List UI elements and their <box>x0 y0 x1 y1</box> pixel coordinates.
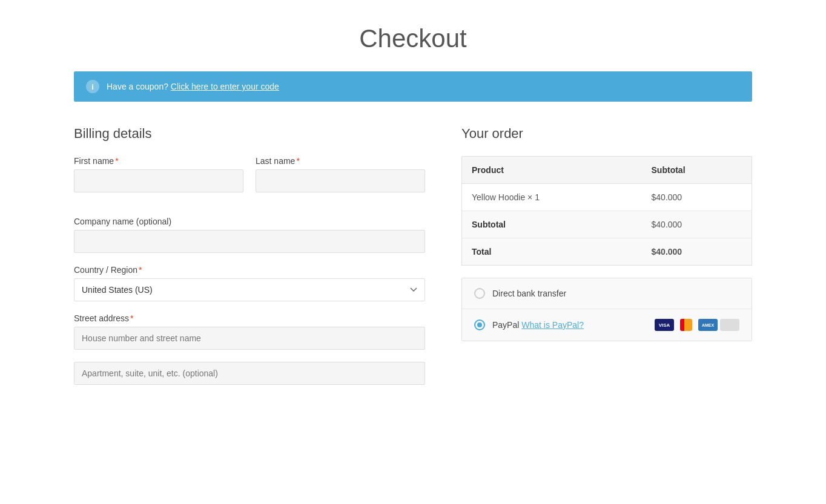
first-name-input[interactable] <box>74 169 243 192</box>
checkout-layout: Billing details First name* Last name* C… <box>74 126 752 397</box>
page-title-section: Checkout <box>74 0 752 71</box>
radio-bank-transfer[interactable] <box>474 288 485 299</box>
street-address-input[interactable] <box>74 327 425 350</box>
name-row: First name* Last name* <box>74 156 425 205</box>
page-title: Checkout <box>74 24 752 53</box>
generic-card-icon <box>720 319 739 331</box>
order-table: Product Subtotal Yellow Hoodie × 1 $40.0… <box>461 156 752 266</box>
total-value-cell: $40.000 <box>642 238 752 266</box>
order-title: Your order <box>461 126 752 142</box>
total-label-cell: Total <box>462 238 642 266</box>
apt-address-input[interactable] <box>74 362 425 385</box>
radio-paypal[interactable] <box>474 319 485 330</box>
company-name-group: Company name (optional) <box>74 217 425 253</box>
company-name-input[interactable] <box>74 230 425 253</box>
country-group: Country / Region* United States (US) <box>74 265 425 301</box>
last-name-group: Last name* <box>256 156 425 192</box>
subtotal-label-cell: Subtotal <box>462 211 642 238</box>
billing-section: Billing details First name* Last name* C… <box>74 126 425 397</box>
required-star: * <box>296 156 299 166</box>
product-price-cell: $40.000 <box>642 184 752 211</box>
payment-option-bank-transfer[interactable]: Direct bank transfer <box>462 278 752 309</box>
table-row: Total $40.000 <box>462 238 752 266</box>
last-name-input[interactable] <box>256 169 425 192</box>
coupon-link[interactable]: Click here to enter your code <box>171 82 279 91</box>
subtotal-value-cell: $40.000 <box>642 211 752 238</box>
table-header-row: Product Subtotal <box>462 157 752 184</box>
required-star: * <box>139 265 142 275</box>
coupon-banner: i Have a coupon? Click here to enter you… <box>74 71 752 102</box>
billing-title: Billing details <box>74 126 425 142</box>
col-subtotal-header: Subtotal <box>642 157 752 184</box>
first-name-label: First name* <box>74 156 243 166</box>
info-icon: i <box>86 80 99 93</box>
first-name-group: First name* <box>74 156 243 192</box>
apt-address-group <box>74 362 425 385</box>
street-address-label: Street address* <box>74 313 425 323</box>
col-product-header: Product <box>462 157 642 184</box>
product-name-cell: Yellow Hoodie × 1 <box>462 184 642 211</box>
radio-paypal-dot <box>477 322 482 327</box>
street-address-group: Street address* <box>74 313 425 350</box>
amex-icon: AMEX <box>698 319 718 331</box>
company-name-label: Company name (optional) <box>74 217 425 226</box>
visa-icon: VISA <box>655 319 674 331</box>
paypal-link[interactable]: What is PayPal? <box>521 320 584 330</box>
mastercard-icon <box>676 319 696 331</box>
table-row: Yellow Hoodie × 1 $40.000 <box>462 184 752 211</box>
country-label: Country / Region* <box>74 265 425 275</box>
order-section: Your order Product Subtotal Yellow Hoodi… <box>461 126 752 341</box>
coupon-text: Have a coupon? Click here to enter your … <box>107 82 279 91</box>
payment-option-paypal[interactable]: PayPal What is PayPal? VISA AMEX <box>462 309 752 341</box>
last-name-label: Last name* <box>256 156 425 166</box>
table-row: Subtotal $40.000 <box>462 211 752 238</box>
payment-paypal-label: PayPal What is PayPal? <box>492 320 647 330</box>
payment-section: Direct bank transfer PayPal What is PayP… <box>461 278 752 341</box>
payment-bank-transfer-label: Direct bank transfer <box>492 289 739 298</box>
required-star: * <box>130 313 133 323</box>
country-select[interactable]: United States (US) <box>74 278 425 301</box>
required-star: * <box>115 156 118 166</box>
payment-card-icons: VISA AMEX <box>655 319 739 331</box>
